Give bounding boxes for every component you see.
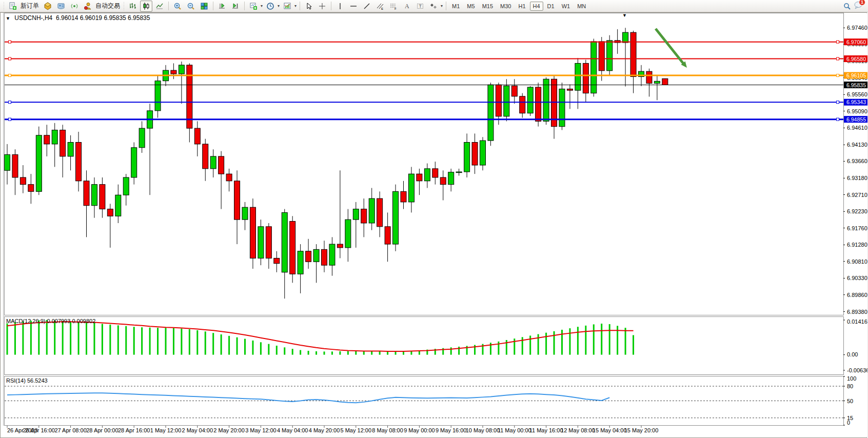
pane-frames [1, 13, 867, 437]
chart-ohlc-label: 6.96014 6.96019 6.95835 6.95835 [56, 14, 150, 22]
svg-text:6.95343: 6.95343 [846, 99, 866, 105]
indicators-button[interactable] [281, 1, 293, 12]
svg-text:1 May 12:00: 1 May 12:00 [150, 427, 182, 433]
equidistant-channel-button[interactable]: E [374, 1, 386, 12]
toolbar-grip[interactable] [123, 2, 125, 10]
svg-text:6.94130: 6.94130 [847, 142, 867, 148]
line-chart-button[interactable] [153, 1, 166, 12]
date-axis[interactable]: 26 Apr 202326 Apr 16:0027 Apr 08:0028 Ap… [7, 426, 658, 433]
svg-text:F: F [394, 7, 397, 10]
toolbar-separator [168, 2, 169, 10]
timeframe-h4[interactable]: H4 [530, 2, 543, 11]
timeframe-m30[interactable]: M30 [497, 2, 514, 11]
svg-text:T: T [419, 4, 422, 9]
metaeditor-button[interactable] [55, 1, 67, 12]
chart-shift-button[interactable] [229, 1, 242, 12]
timeframe-m5[interactable]: M5 [464, 2, 478, 11]
text-label-button[interactable]: T [414, 1, 426, 12]
search-button[interactable] [841, 1, 853, 12]
trendline-button[interactable] [361, 1, 373, 12]
arrows-button[interactable] [427, 1, 440, 12]
svg-text:27 Apr 08:00: 27 Apr 08:00 [54, 427, 86, 433]
zoom-out-button[interactable] [185, 1, 197, 12]
text-label-icon: T [416, 2, 424, 10]
chart-corner-arrow[interactable]: ▼ [622, 13, 627, 18]
zoom-in-icon [173, 2, 182, 10]
crosshair-button[interactable] [316, 1, 328, 12]
svg-text:0.00: 0.00 [847, 351, 858, 357]
chart-title: ▼ USDCNH-,H4 6.96014 6.96019 6.95835 6.9… [6, 14, 150, 22]
arrows-icon [429, 2, 438, 10]
svg-text:6.94610: 6.94610 [847, 125, 867, 131]
candlestick-chart-icon [142, 2, 150, 10]
svg-text:0: 0 [847, 420, 850, 426]
svg-text:A: A [405, 3, 409, 10]
auto-scroll-button[interactable] [216, 1, 228, 12]
svg-text:100: 100 [847, 375, 856, 382]
new-chart-caret[interactable]: ▾ [261, 4, 263, 8]
symbol-dropdown-icon[interactable]: ▼ [6, 16, 10, 21]
svg-text:9 May 00:00: 9 May 00:00 [404, 427, 435, 433]
toolbar-separator [331, 2, 331, 10]
chart-canvas[interactable]: 6.974606.969906.965106.960406.955606.950… [1, 13, 867, 437]
new-order-button[interactable] [7, 1, 19, 12]
arrows-caret[interactable]: ▾ [441, 4, 443, 8]
svg-text:0.014167: 0.014167 [847, 318, 867, 325]
timeframe-h1[interactable]: H1 [515, 2, 528, 11]
indicators-caret[interactable]: ▾ [294, 4, 297, 8]
svg-text:6.93660: 6.93660 [847, 158, 867, 164]
editor-icon [57, 2, 65, 10]
fibonacci-button[interactable]: F [387, 1, 400, 12]
svg-text:6.90330: 6.90330 [847, 275, 867, 281]
new-chart-button[interactable] [247, 1, 260, 12]
new-chart-icon [249, 2, 258, 10]
signals-button[interactable] [68, 1, 81, 12]
timeframe-mn[interactable]: MN [574, 2, 589, 11]
bar-chart-button[interactable] [127, 1, 139, 12]
toolbar-grip[interactable] [3, 2, 5, 10]
horizontal-line-button[interactable] [347, 1, 360, 12]
search-icon [843, 2, 851, 10]
svg-text:5 May 12:00: 5 May 12:00 [341, 427, 372, 433]
vertical-line-button[interactable] [334, 1, 346, 12]
periods-caret[interactable]: ▾ [278, 4, 280, 8]
text-icon: A [403, 2, 411, 10]
svg-text:6.93180: 6.93180 [847, 175, 867, 181]
chart-symbol-label: USDCNH-,H4 [14, 14, 52, 22]
timeframe-d1[interactable]: D1 [544, 2, 558, 11]
svg-text:80: 80 [847, 383, 853, 389]
svg-text:E: E [381, 7, 383, 10]
text-button[interactable]: A [401, 1, 413, 12]
periods-button[interactable] [264, 1, 277, 12]
line-chart-icon [155, 2, 164, 10]
svg-text:50: 50 [847, 398, 853, 404]
cursor-button[interactable] [303, 1, 315, 12]
notifications-button[interactable]: 1 [854, 1, 863, 11]
auto-trading-button[interactable] [82, 1, 94, 12]
equidistant-channel-icon: E [376, 2, 384, 10]
new-order-label[interactable]: 新订单 [21, 2, 39, 10]
zoom-out-icon [187, 2, 195, 10]
signal-icon [70, 2, 78, 10]
svg-text:15 May 20:00: 15 May 20:00 [624, 427, 659, 433]
svg-text:6.91280: 6.91280 [847, 242, 867, 248]
svg-text:6.89380: 6.89380 [847, 309, 867, 315]
auto-trading-label[interactable]: 自动交易 [95, 2, 120, 10]
timeframe-group: M1M5M15M30H1H4D1W1MN [448, 3, 589, 10]
svg-text:4 May 20:00: 4 May 20:00 [309, 427, 340, 433]
svg-text:-0.006363: -0.006363 [847, 367, 867, 373]
timeframe-m15[interactable]: M15 [479, 2, 496, 11]
svg-text:15 May 04:00: 15 May 04:00 [593, 427, 627, 433]
candlestick-chart-button[interactable] [140, 1, 152, 12]
svg-text:6.95560: 6.95560 [847, 91, 867, 97]
vertical-line-icon [336, 2, 344, 10]
svg-text:6.91760: 6.91760 [847, 225, 867, 231]
tile-windows-button[interactable] [198, 1, 210, 12]
svg-text:12 May 08:00: 12 May 08:00 [561, 427, 595, 433]
svg-text:6.96580: 6.96580 [846, 56, 866, 62]
rsi-indicator-label: RSI(14) 56.5243 [6, 377, 48, 384]
timeframe-w1[interactable]: W1 [559, 2, 574, 11]
market-button[interactable] [42, 1, 54, 12]
timeframe-m1[interactable]: M1 [449, 2, 463, 11]
zoom-in-button[interactable] [171, 1, 184, 12]
